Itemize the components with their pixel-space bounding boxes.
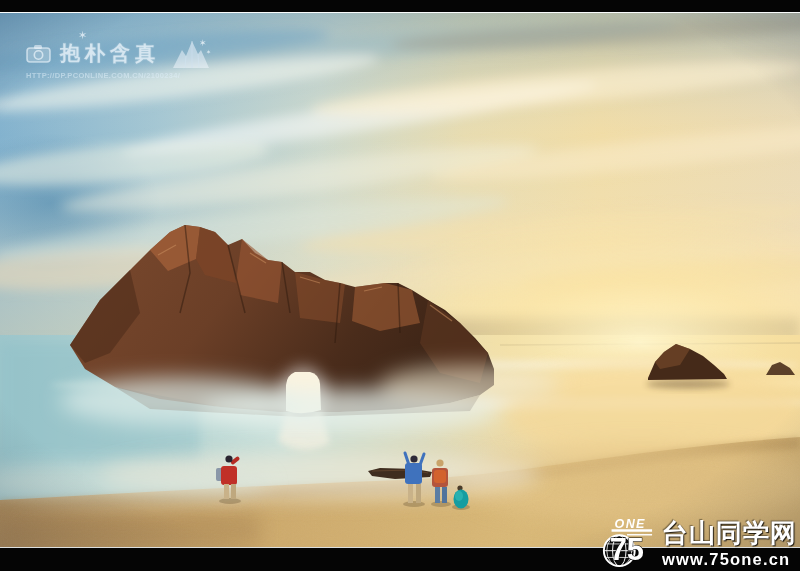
mountain-stars-icon: ✶ ✶ <box>169 37 213 70</box>
one75-globe-logo: ONE 75 <box>596 515 658 569</box>
beach-photo-scene <box>0 13 800 547</box>
camera-icon <box>26 44 51 63</box>
site-name: 台山同学网 <box>662 520 797 547</box>
vignette <box>0 13 800 547</box>
photo-frame: ✶ 抱朴含真 ✶ ✶ HTTP://DP.PCONLINE.COM.CN/210… <box>0 0 800 571</box>
top-watermark-row: ✶ 抱朴含真 ✶ ✶ <box>26 38 213 68</box>
beach-photo: ✶ 抱朴含真 ✶ ✶ HTTP://DP.PCONLINE.COM.CN/210… <box>0 12 800 548</box>
star-decoration: ✶ <box>78 29 87 42</box>
svg-text:✶: ✶ <box>206 49 211 55</box>
watermark-title: 抱朴含真 <box>60 40 160 67</box>
bottom-watermark: ONE 75 台山同学网 www.75one.cn <box>596 515 797 569</box>
svg-text:✶: ✶ <box>199 38 207 48</box>
site-watermark: 台山同学网 www.75one.cn <box>662 520 797 569</box>
site-url: www.75one.cn <box>662 550 790 569</box>
top-watermark: ✶ 抱朴含真 ✶ ✶ HTTP://DP.PCONLINE.COM.CN/210… <box>26 38 213 80</box>
logo-75-text: 75 <box>610 532 644 567</box>
watermark-url: HTTP://DP.PCONLINE.COM.CN/2100234/ <box>26 71 213 80</box>
logo-one-text: ONE <box>614 517 645 531</box>
